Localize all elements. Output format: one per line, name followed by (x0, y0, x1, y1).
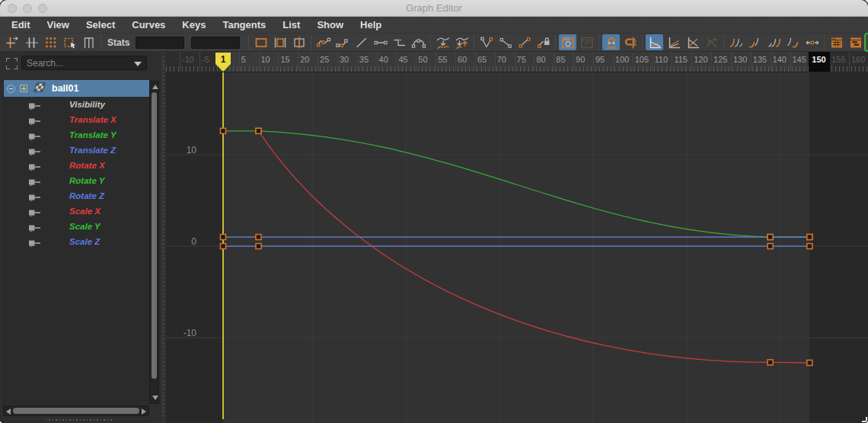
frame-playback-range-button[interactable] (271, 34, 289, 50)
scroll-up-icon[interactable] (152, 85, 158, 89)
channel-row-rotate-y[interactable]: Rotate Y (4, 173, 149, 188)
keyframe[interactable] (221, 235, 226, 240)
keyframe[interactable] (256, 128, 261, 133)
center-current-time-button[interactable] (290, 34, 308, 50)
vertical-scroll-thumb[interactable] (152, 92, 157, 379)
scroll-left-icon[interactable] (6, 409, 11, 415)
search-dropdown-icon[interactable] (134, 62, 142, 66)
collapse-icon[interactable] (7, 85, 15, 93)
normalized-view-button[interactable] (684, 34, 701, 50)
panel-splitter[interactable] (161, 52, 166, 423)
load-graph-icon (579, 35, 595, 50)
menu-list[interactable]: List (274, 17, 308, 33)
menu-tangents[interactable]: Tangents (214, 17, 274, 33)
insert-keys-tool[interactable] (23, 34, 40, 50)
lattice-deform-keys-tool[interactable] (42, 34, 59, 50)
range-end-label: 150 (812, 55, 825, 64)
keyframe[interactable] (807, 361, 812, 366)
channel-row-visibility[interactable]: Visibility (4, 97, 149, 112)
auto-load-graph-button[interactable] (559, 34, 576, 50)
retime-tool[interactable] (80, 34, 97, 50)
keyframe[interactable] (807, 244, 812, 249)
buffer-curve-snapshot-button[interactable] (434, 34, 452, 50)
tree-item-ball01[interactable]: ball01 (4, 80, 149, 97)
channel-row-rotate-z[interactable]: Rotate Z (4, 188, 149, 203)
keyframe[interactable] (767, 244, 773, 249)
horizontal-scrollbar[interactable] (3, 405, 149, 416)
trax-icon (848, 35, 863, 50)
load-graph-button[interactable] (578, 34, 595, 50)
ruler-label-45: 45 (399, 55, 408, 64)
channel-label-translate-z: Translate Z (69, 146, 116, 155)
step-tangents-button[interactable] (391, 34, 408, 50)
menu-help[interactable]: Help (352, 17, 390, 33)
ruler-label-10: 10 (261, 55, 270, 64)
expand-icon[interactable] (20, 85, 27, 92)
linear-tangents-button[interactable] (353, 34, 370, 50)
scroll-down-icon[interactable] (152, 396, 158, 400)
keyframe[interactable] (767, 235, 773, 240)
menu-keys[interactable]: Keys (174, 17, 214, 33)
panel-resize-grip[interactable] (46, 418, 114, 421)
flat-tangents-button[interactable] (372, 34, 389, 50)
keyframe[interactable] (256, 235, 261, 240)
menu-curves[interactable]: Curves (123, 17, 174, 33)
ghosting-button[interactable] (703, 34, 720, 50)
channel-row-rotate-x[interactable]: Rotate X (4, 158, 149, 173)
spline-tangents-button[interactable] (314, 34, 332, 50)
menu-show[interactable]: Show (308, 17, 352, 33)
ruler-label-55: 55 (438, 55, 447, 64)
window-resize-grip[interactable] (862, 417, 867, 422)
curve-canvas[interactable]: 100-10 (166, 72, 868, 423)
move-nearest-picked-key-tool[interactable] (4, 34, 21, 50)
plateau-tangents-button[interactable] (410, 34, 427, 50)
post-infinity-cycle-offset-button[interactable] (784, 34, 802, 50)
keyframe[interactable] (221, 128, 226, 133)
pre-infinity-cycle-offset-button[interactable] (746, 34, 764, 50)
absolute-view-button[interactable] (646, 34, 663, 50)
frame-all-button[interactable] (252, 34, 270, 50)
horizontal-scroll-thumb[interactable] (13, 408, 139, 414)
channel-row-scale-z[interactable]: Scale Z (4, 234, 149, 249)
swap-buffer-curve-button[interactable] (453, 34, 471, 50)
menu-edit[interactable]: Edit (3, 17, 39, 33)
free-tangent-weight-button[interactable] (515, 34, 533, 50)
channel-row-scale-x[interactable]: Scale X (4, 203, 149, 219)
menu-view[interactable]: View (39, 17, 78, 33)
keyframe[interactable] (256, 244, 261, 249)
dope-sheet-button[interactable] (828, 34, 845, 50)
stats-field-1[interactable] (136, 37, 184, 49)
region-select-keys-tool[interactable] (61, 34, 78, 50)
stacked-view-button[interactable] (665, 34, 682, 50)
clamped-tangents-button[interactable] (333, 34, 351, 50)
trax-editor-button[interactable] (847, 34, 864, 50)
spread-keys-button[interactable] (803, 34, 821, 50)
ruler-label-25: 25 (320, 55, 329, 64)
scroll-right-icon[interactable] (142, 409, 146, 415)
toolbar-divider (598, 35, 599, 50)
menu-select[interactable]: Select (78, 17, 123, 33)
lock-tangent-weight-button[interactable] (535, 34, 552, 50)
vertical-scrollbar[interactable] (149, 81, 159, 404)
break-tangents-button[interactable] (477, 34, 495, 50)
time-ruler[interactable]: -10-551015202530354045505560657075808590… (166, 52, 868, 72)
pre-infinity-cycle-button[interactable] (727, 34, 745, 50)
channel-row-translate-z[interactable]: Translate Z (4, 143, 149, 158)
unify-tangents-button[interactable] (496, 34, 514, 50)
keyframe[interactable] (767, 360, 773, 365)
toolbar-group (4, 34, 97, 50)
buffer-swap-icon (455, 35, 470, 50)
stats-field-2[interactable] (191, 37, 240, 49)
ruler-label-30: 30 (340, 55, 349, 64)
value-snap-button[interactable] (621, 34, 639, 50)
keyframe[interactable] (807, 235, 812, 240)
curve-plot[interactable]: 100-10 (166, 72, 868, 423)
keyframe[interactable] (221, 244, 226, 249)
post-infinity-cycle-button[interactable] (765, 34, 783, 50)
filter-selection-icon[interactable] (6, 58, 18, 69)
time-snap-button[interactable] (602, 34, 620, 50)
search-input[interactable]: Search... (21, 56, 147, 70)
channel-row-translate-x[interactable]: Translate X (4, 112, 149, 127)
channel-row-scale-y[interactable]: Scale Y (4, 219, 149, 234)
channel-row-translate-y[interactable]: Translate Y (4, 127, 149, 143)
